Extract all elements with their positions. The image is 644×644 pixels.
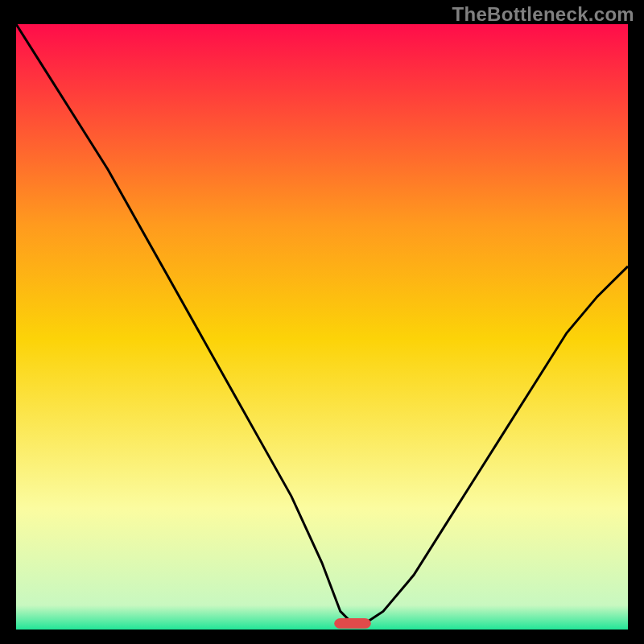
optimal-marker [334,618,371,629]
plot-background [16,24,628,630]
bottleneck-plot [16,24,628,630]
chart-frame: TheBottleneck.com [0,0,644,644]
attribution-label: TheBottleneck.com [452,3,634,26]
